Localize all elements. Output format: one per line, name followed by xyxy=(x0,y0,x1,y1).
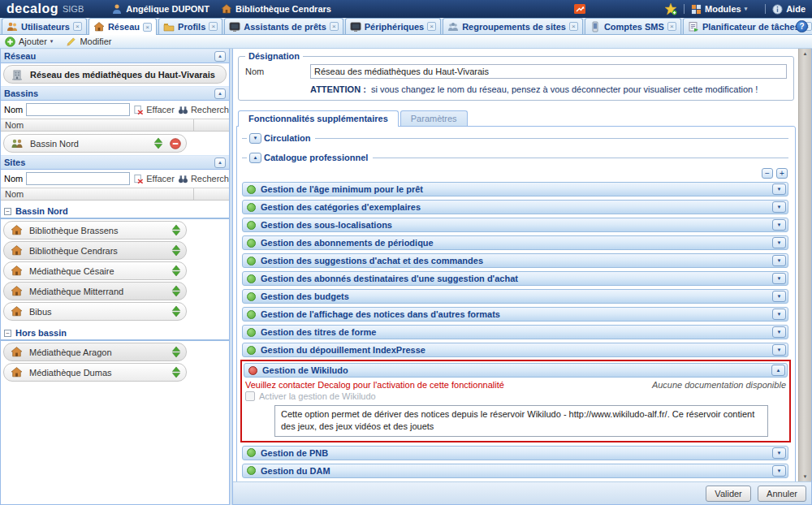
clear-button[interactable]: Effacer xyxy=(133,174,175,184)
collapse-icon[interactable]: ▲ xyxy=(214,88,226,99)
expand-icon[interactable]: ▼ xyxy=(772,447,786,459)
vertical-scrollbar[interactable]: ▲ ▼ xyxy=(798,49,811,481)
feature-bar[interactable]: Gestion des abonnements de périodique ▼ xyxy=(242,235,788,250)
feature-bar[interactable]: Gestion des sous-localisations ▼ xyxy=(242,218,788,232)
sites-filter-input[interactable] xyxy=(26,172,130,185)
site-row[interactable]: Médiathèque Dumas xyxy=(3,363,187,382)
expand-icon[interactable]: ▼ xyxy=(772,326,786,338)
feature-bar[interactable]: Gestion des budgets ▼ xyxy=(242,289,788,304)
site-row[interactable]: Bibus xyxy=(3,302,187,321)
tab-assistants-de-prets[interactable]: Assistants de prêts × xyxy=(224,18,343,34)
tab-peripheriques[interactable]: Périphériques × xyxy=(345,18,441,34)
feature-bar[interactable]: Gestion de l'affichage des notices dans … xyxy=(242,307,788,322)
sort-updown-icon[interactable] xyxy=(171,285,181,297)
feature-bar[interactable]: Gestion du DAM ▼ xyxy=(242,464,788,478)
tab-bar: Utilisateurs × Réseau × Profils × Assist… xyxy=(0,18,812,35)
expand-icon[interactable]: ▼ xyxy=(772,201,786,213)
scroll-up-icon[interactable]: ▲ xyxy=(803,51,808,56)
site-group-hors-bassin[interactable]: − Hors bassin xyxy=(1,326,229,341)
collapse-all-button[interactable]: − xyxy=(762,168,773,179)
search-button[interactable]: Rechercher xyxy=(178,174,230,184)
site-row[interactable]: Médiathèque Mitterrand xyxy=(3,282,187,300)
bassin-row[interactable]: Bassin Nord xyxy=(3,134,187,153)
tab-parametres[interactable]: Paramètres xyxy=(400,110,468,126)
expand-icon[interactable]: ▼ xyxy=(772,465,786,477)
tab-planificateur-de-taches[interactable]: Planificateur de tâches × xyxy=(683,18,812,34)
bassins-column-header[interactable]: Nom xyxy=(1,119,229,132)
top-bar: decalog SIGB Angélique DUPONT Bibliothèq… xyxy=(0,0,812,18)
remove-icon[interactable] xyxy=(170,138,181,149)
sort-updown-icon[interactable] xyxy=(153,137,163,149)
sort-updown-icon[interactable] xyxy=(171,224,181,236)
help-icon[interactable]: ? xyxy=(796,20,808,32)
site-row[interactable]: Bibliothèque Cendrars xyxy=(3,241,187,260)
validate-button[interactable]: Valider xyxy=(706,486,751,502)
scroll-down-icon[interactable]: ▼ xyxy=(803,474,808,479)
close-icon[interactable]: × xyxy=(569,22,578,31)
feature-bar-wikiludo[interactable]: Gestion de Wikiludo ▲ xyxy=(244,363,788,378)
expand-icon[interactable]: ▼ xyxy=(772,344,786,356)
feature-bar[interactable]: Gestion des abonnés destinataires d'une … xyxy=(242,271,788,286)
feature-bar[interactable]: Gestion des titres de forme ▼ xyxy=(242,325,788,339)
feature-bar[interactable]: Gestion de l'âge minimum pour le prêt ▼ xyxy=(242,182,788,196)
sort-updown-icon[interactable] xyxy=(171,305,181,317)
network-item[interactable]: Réseau des médiathèques du Haut-Vivarais xyxy=(3,65,227,84)
close-icon[interactable]: × xyxy=(427,22,436,31)
favorites-star-icon[interactable] xyxy=(664,2,677,15)
site-group-bassin-nord[interactable]: − Bassin Nord xyxy=(1,204,229,219)
expand-icon[interactable]: ▼ xyxy=(772,291,786,302)
clear-button[interactable]: Effacer xyxy=(133,105,175,115)
close-icon[interactable]: × xyxy=(667,22,676,31)
expand-icon[interactable]: ▼ xyxy=(772,219,786,231)
collapse-icon[interactable]: ▲ xyxy=(214,51,226,62)
feature-bar[interactable]: Gestion de PNB ▼ xyxy=(242,446,788,460)
feature-bar[interactable]: Gestion du dépouillement IndexPresse ▼ xyxy=(242,343,788,357)
modules-menu[interactable]: Modules ▾ xyxy=(691,4,747,15)
edit-button-label: Modifier xyxy=(80,37,111,46)
site-row[interactable]: Médiathèque Césaire xyxy=(3,261,187,280)
expand-icon[interactable]: ▼ xyxy=(772,255,786,266)
expand-icon[interactable]: ▼ xyxy=(772,183,786,195)
sites-column-header[interactable]: Nom xyxy=(1,188,229,201)
site-row[interactable]: Bibliothèque Brassens xyxy=(3,221,187,240)
add-button[interactable]: Ajouter ▾ xyxy=(5,37,53,47)
tab-comptes-sms[interactable]: Comptes SMS × xyxy=(585,18,681,34)
close-icon[interactable]: × xyxy=(209,22,218,31)
tree-collapse-icon[interactable]: − xyxy=(4,330,11,337)
current-site[interactable]: Bibliothèque Cendrars xyxy=(221,3,331,15)
close-icon[interactable]: × xyxy=(73,22,82,31)
tab-utilisateurs[interactable]: Utilisateurs × xyxy=(2,18,87,34)
expand-icon[interactable]: ▼ xyxy=(772,309,786,320)
edit-button[interactable]: Modifier xyxy=(66,37,111,47)
search-button[interactable]: Rechercher xyxy=(178,105,230,115)
tab-reseau[interactable]: Réseau × xyxy=(89,18,157,35)
collapse-icon[interactable]: ▲ xyxy=(214,158,226,168)
close-icon[interactable]: × xyxy=(330,22,339,31)
collapse-icon[interactable]: ▲ xyxy=(771,365,785,376)
help-menu[interactable]: Aide xyxy=(772,4,806,15)
sort-updown-icon[interactable] xyxy=(171,265,181,277)
close-icon[interactable]: × xyxy=(143,23,152,32)
cancel-button[interactable]: Annuler xyxy=(758,486,806,502)
tab-regroupements-de-sites[interactable]: Regroupements de sites × xyxy=(443,18,583,34)
site-row[interactable]: Médiathèque Aragon xyxy=(3,343,187,361)
activate-wikiludo-checkbox[interactable] xyxy=(245,391,255,401)
sort-updown-icon[interactable] xyxy=(171,366,181,378)
column-name: Nom xyxy=(5,119,194,131)
bassins-filter-input[interactable] xyxy=(26,103,130,116)
network-name-input[interactable] xyxy=(310,64,787,79)
statistics-icon[interactable] xyxy=(573,3,586,15)
expand-icon[interactable]: ▼ xyxy=(772,237,786,248)
expand-icon[interactable]: ▼ xyxy=(249,133,261,144)
sort-updown-icon[interactable] xyxy=(171,244,181,257)
feature-bar[interactable]: Gestion des suggestions d'achat et des c… xyxy=(242,253,788,268)
expand-all-button[interactable]: + xyxy=(776,168,788,179)
expand-icon[interactable]: ▼ xyxy=(772,273,786,284)
feature-bar[interactable]: Gestion des catégories d'exemplaires ▼ xyxy=(242,200,788,214)
tab-profils[interactable]: Profils × xyxy=(158,18,222,34)
collapse-icon[interactable]: ▲ xyxy=(249,153,261,163)
sort-updown-icon[interactable] xyxy=(171,346,181,358)
current-user[interactable]: Angélique DUPONT xyxy=(111,3,209,15)
tree-collapse-icon[interactable]: − xyxy=(4,208,11,215)
tab-fonctionnalites-supplementaires[interactable]: Fonctionnalités supplémentaires xyxy=(238,110,399,127)
